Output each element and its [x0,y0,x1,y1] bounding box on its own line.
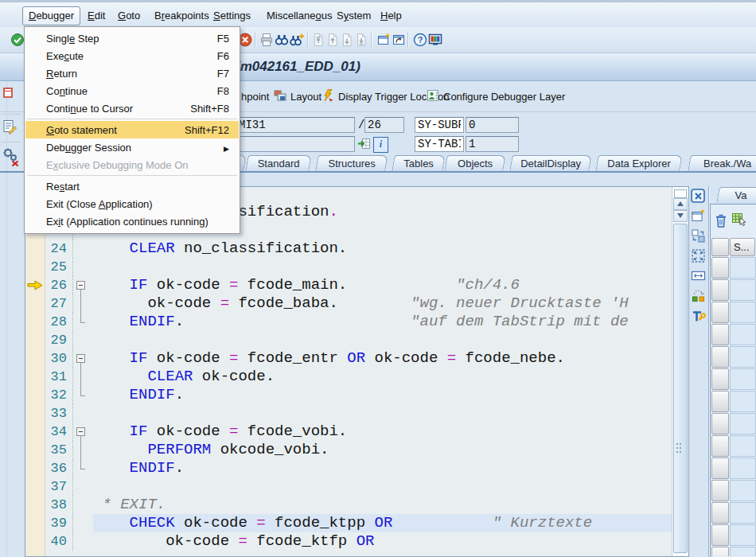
code-line[interactable]: 31 CLEAR ok-code. [25,368,672,386]
table-row[interactable] [711,547,756,556]
customize-layout-icon[interactable] [428,33,442,47]
menu-item-exit-close-application[interactable]: Exit (Close Application) [25,195,239,212]
code-line[interactable]: 33 [25,404,672,423]
program-field-2[interactable] [236,136,355,152]
table-cell[interactable] [730,279,756,301]
new-session-icon[interactable] [376,33,391,47]
code-line[interactable]: 34 IF ok-code = fcode_vobi. [25,423,672,441]
menu-breakpoints[interactable]: Breakpoints [149,7,215,25]
new-window-icon[interactable] [691,208,706,224]
menu-item-execute[interactable]: ExecuteF6 [25,47,239,64]
menu-system[interactable]: System [331,7,376,25]
table-cell[interactable] [730,257,756,278]
table-cell[interactable] [730,502,756,524]
row-selector[interactable] [711,547,729,556]
row-selector[interactable] [711,458,729,479]
tab-standard[interactable]: Standard [245,155,312,171]
fold-collapse-box[interactable] [76,427,85,436]
code-line[interactable]: 29 [25,331,672,349]
split-handle[interactable] [674,189,687,198]
vertical-scrollbar[interactable] [672,187,688,556]
row-selector[interactable] [711,480,729,501]
first-page-icon[interactable] [311,33,325,47]
code-line[interactable]: 37 [25,477,672,496]
menu-debugger[interactable]: Debugger [22,6,80,25]
last-page-icon[interactable] [354,33,368,47]
table-row[interactable] [711,368,756,390]
table-row[interactable] [711,502,756,524]
layout-button[interactable]: Layout [274,88,321,105]
code-line[interactable]: 38 * EXIT. [25,496,672,514]
row-selector[interactable] [711,413,729,434]
create-shortcut-icon[interactable] [392,33,406,47]
table-cell[interactable] [730,524,756,546]
menu-edit[interactable]: Edit [82,7,111,25]
table-cell[interactable] [730,413,756,434]
menu-item-restart[interactable]: Restart [25,177,239,195]
table-cell[interactable] [730,368,756,390]
menu-item-single-step[interactable]: Single StepF5 [25,29,239,47]
table-row[interactable] [711,413,756,434]
table-row[interactable] [711,435,756,457]
row-selector[interactable] [711,279,729,301]
sy-tabix-value-field[interactable] [466,136,519,152]
row-selector[interactable] [711,324,729,345]
panel-splitter[interactable] [708,186,709,557]
menu-settings[interactable]: Settings [208,7,256,25]
table-cell[interactable] [730,346,756,368]
column-header[interactable]: S... [730,238,755,256]
table-row[interactable] [711,391,756,412]
tab-tables[interactable]: Tables [392,155,446,171]
scroll-down-button[interactable] [673,210,688,222]
menu-goto[interactable]: Goto [112,7,146,25]
fold-margin[interactable] [73,423,93,441]
sy-tabix-name-field[interactable] [415,136,464,152]
table-row[interactable] [711,524,756,546]
tab-structures[interactable]: Structures [315,155,388,171]
menu-help[interactable]: Help [375,7,407,25]
scroll-up-button[interactable] [673,198,688,210]
help-icon[interactable]: ? [413,33,427,47]
scrollbar-thumb[interactable] [673,224,688,553]
code-line[interactable]: 35 PERFORM okcode_vobi. [25,441,672,459]
row-selector[interactable] [711,346,729,368]
change-field-icon[interactable] [357,137,371,150]
tab-break-wa[interactable]: Break./Wa [688,155,756,171]
find-icon[interactable] [275,33,289,47]
table-row[interactable] [711,302,756,323]
tab-data-explorer[interactable]: Data Explorer [595,155,683,171]
swap-content-icon[interactable] [691,288,706,303]
row-selector-header[interactable] [711,238,729,256]
services-icon[interactable] [691,309,706,324]
table-cell[interactable] [730,324,756,345]
previous-page-icon[interactable] [325,33,340,47]
menu-item-exit-application-continues-running[interactable]: Exit (Application continues running) [25,212,239,230]
next-page-icon[interactable] [340,33,354,47]
menu-item-goto-statement[interactable]: Goto statementShift+F12 [25,121,239,138]
table-edit-icon[interactable] [731,212,747,228]
row-selector[interactable] [711,524,729,546]
scrollbar-grip[interactable] [676,443,678,445]
menu-miscellaneous[interactable]: Miscellaneous [261,7,337,25]
maximize-icon[interactable] [691,248,706,263]
table-row[interactable] [711,346,756,368]
swap-panes-icon[interactable] [691,228,706,243]
tab-detaildisplay[interactable]: DetailDisplay [509,155,592,171]
fold-collapse-box[interactable] [76,281,85,290]
table-cell[interactable] [730,435,756,457]
fold-margin[interactable] [73,349,93,368]
code-line[interactable]: 24 CLEAR no_classification. [25,240,672,258]
debugger-layer-button[interactable]: Configure Debugger Layer [427,88,565,105]
sy-subrc-value-field[interactable] [466,117,519,133]
code-line[interactable]: 36 ENDIF. [25,459,672,477]
menu-item-continue[interactable]: ContinueF8 [25,82,239,99]
sy-subrc-name-field[interactable] [415,117,464,133]
find-next-icon[interactable] [290,33,304,47]
row-selector[interactable] [711,368,729,390]
program-field[interactable] [236,117,355,133]
breakpoint-fragment-icon[interactable] [2,86,15,103]
enter-check-icon[interactable] [10,33,25,47]
fit-width-icon[interactable] [691,268,706,283]
code-line[interactable]: 39 CHECK ok-code = fcode_ktpp OR " Kurzt… [25,514,672,532]
line-number-field[interactable] [364,117,404,133]
